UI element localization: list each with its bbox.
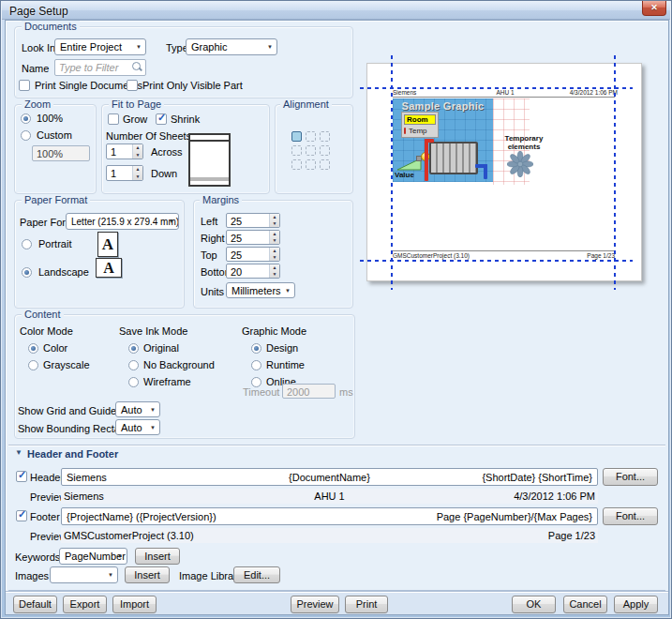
close-button[interactable]: ✕	[642, 1, 666, 16]
original-radio[interactable]	[128, 343, 139, 354]
alignment-cell-bottom-right[interactable]	[320, 159, 330, 170]
export-button[interactable]: Export	[63, 596, 107, 613]
images-combobox[interactable]: ▼	[50, 566, 118, 583]
timeout-input[interactable]: 2000	[282, 384, 336, 399]
margin-bottom-spinner[interactable]: 20 ▲▼	[226, 264, 280, 279]
show-bounding-combobox[interactable]: Auto ▼	[115, 419, 160, 435]
print-only-visible-part-checkbox[interactable]	[127, 80, 138, 91]
expander-icon[interactable]: ▼	[15, 448, 22, 457]
number-of-sheets-label: Number Of Sheets	[106, 130, 191, 142]
runtime-radio[interactable]	[251, 360, 261, 370]
spin-down-icon[interactable]: ▼	[270, 254, 279, 261]
alignment-cell-middle-center[interactable]	[306, 145, 316, 156]
footer-preview-right: Page 1/23	[330, 530, 596, 541]
alignment-cell-bottom-center[interactable]	[306, 159, 316, 170]
header-preview-right: 4/3/2012 1:06 PM	[418, 491, 595, 502]
margin-top-spinner[interactable]: 25 ▲▼	[226, 247, 280, 262]
search-icon[interactable]	[132, 62, 142, 72]
footer-font-button[interactable]: Font...	[603, 507, 658, 525]
alignment-cell-bottom-left[interactable]	[291, 159, 302, 170]
margin-left-value: 25	[231, 216, 242, 227]
room-field: Room	[404, 114, 436, 125]
spin-down-icon[interactable]: ▼	[133, 174, 142, 181]
header-template-input[interactable]: Siemens {DocumentName} {ShortDate} {Shor…	[61, 468, 598, 486]
alignment-cell-top-center[interactable]	[306, 131, 316, 142]
header-font-button[interactable]: Font...	[603, 468, 658, 486]
default-button[interactable]: Default	[13, 596, 57, 613]
header-footer-section-title[interactable]: Header and Footer	[27, 448, 118, 460]
show-grid-combobox[interactable]: Auto ▼	[115, 401, 160, 417]
spinner-arrows: ▲▼	[132, 166, 142, 180]
ok-button[interactable]: OK	[512, 596, 556, 613]
print-single-documents-checkbox[interactable]	[19, 80, 30, 91]
down-label: Down	[151, 168, 177, 179]
images-insert-button[interactable]: Insert	[125, 566, 170, 583]
landscape-icon: A	[96, 258, 122, 278]
footer-template-input[interactable]: {ProjectName} ({ProjectVersion}) Page {P…	[61, 507, 598, 525]
spin-down-icon[interactable]: ▼	[133, 152, 142, 159]
wireframe-label: Wireframe	[143, 376, 191, 387]
cancel-button[interactable]: Cancel	[563, 596, 607, 613]
bottom-separator	[8, 590, 665, 591]
footer-preview-left: GMSCustomerProject (3.10)	[64, 530, 330, 541]
print-button[interactable]: Print	[345, 596, 388, 613]
preview-footer-rule	[393, 250, 615, 251]
zoom-100-radio[interactable]	[21, 113, 31, 124]
no-background-radio[interactable]	[128, 360, 139, 370]
spin-up-icon[interactable]: ▲	[133, 166, 142, 174]
margin-right-spinner[interactable]: 25 ▲▼	[226, 230, 280, 245]
units-value: Millimeters	[231, 285, 281, 296]
check-icon: ✓	[157, 112, 166, 124]
spin-up-icon[interactable]: ▲	[270, 231, 279, 237]
portrait-radio[interactable]	[22, 239, 32, 249]
alignment-cell-top-right[interactable]	[320, 131, 330, 142]
keywords-insert-button[interactable]: Insert	[135, 548, 180, 565]
margin-left-label: Left	[201, 216, 217, 227]
image-library-edit-button[interactable]: Edit...	[233, 566, 280, 583]
margin-top-label: Top	[201, 249, 217, 261]
spin-down-icon[interactable]: ▼	[270, 220, 279, 227]
alignment-grid	[291, 131, 330, 170]
zoom-custom-radio[interactable]	[21, 130, 31, 141]
spin-down-icon[interactable]: ▼	[270, 237, 279, 244]
grow-checkbox[interactable]	[108, 113, 119, 125]
alignment-cell-middle-left[interactable]	[291, 145, 302, 156]
color-radio[interactable]	[28, 343, 38, 354]
footer-checkbox[interactable]: ✓	[16, 510, 27, 521]
wireframe-radio[interactable]	[128, 377, 139, 387]
type-combobox[interactable]: Graphic ▼	[186, 38, 277, 55]
chevron-down-icon: ▼	[150, 424, 156, 430]
header-label: Header	[30, 472, 64, 483]
landscape-radio[interactable]	[22, 267, 32, 278]
value-label: Value	[395, 171, 414, 179]
preview-button[interactable]: Preview	[291, 596, 339, 613]
alignment-cell-top-left[interactable]	[291, 131, 302, 142]
header-checkbox[interactable]: ✓	[16, 471, 27, 482]
zoom-group-label: Zoom	[22, 98, 53, 110]
spin-down-icon[interactable]: ▼	[270, 271, 279, 278]
print-only-visible-part-label: Print Only Visible Part	[142, 80, 243, 91]
spin-up-icon[interactable]: ▲	[270, 248, 279, 254]
title-bar[interactable]: Page Setup	[2, 2, 670, 20]
sheets-down-spinner[interactable]: 1 ▲▼	[106, 165, 143, 181]
margin-left-spinner[interactable]: 25 ▲▼	[226, 213, 280, 228]
look-in-combobox[interactable]: Entire Project ▼	[54, 38, 146, 55]
units-combobox[interactable]: Millimeters ▼	[226, 282, 295, 298]
preview-header-right: 4/3/2012 1:06 PM	[543, 89, 618, 96]
look-in-value: Entire Project	[60, 41, 122, 53]
import-button[interactable]: Import	[112, 596, 157, 613]
design-radio[interactable]	[251, 343, 261, 354]
design-label: Design	[266, 342, 298, 354]
apply-button[interactable]: Apply	[614, 596, 658, 613]
alignment-cell-middle-right[interactable]	[320, 145, 330, 156]
keywords-combobox[interactable]: PageNumber ▼	[59, 548, 127, 565]
shrink-checkbox[interactable]: ✓	[156, 113, 167, 125]
spin-up-icon[interactable]: ▲	[270, 214, 279, 220]
paper-form-combobox[interactable]: Letter (215.9 x 279.4 mm) ▼	[66, 213, 179, 230]
zoom-custom-input[interactable]: 100%	[32, 145, 90, 161]
sheets-across-spinner[interactable]: 1 ▲▼	[106, 143, 143, 159]
temp-field: Temp	[404, 127, 427, 135]
grayscale-radio[interactable]	[28, 360, 38, 370]
spin-up-icon[interactable]: ▲	[270, 264, 279, 271]
spin-up-icon[interactable]: ▲	[133, 144, 142, 152]
